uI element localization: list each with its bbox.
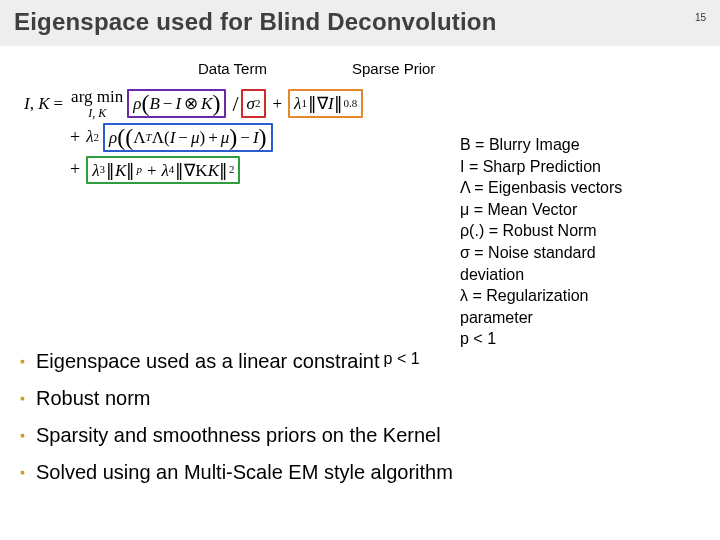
legend-rho: ρ(.) = Robust Norm — [460, 220, 700, 242]
equation-block: I , K = arg min I, K ρ ( B − I ⊗ K ) — [24, 88, 454, 184]
bullet-1-text: Eigenspace used as a linear constraint — [36, 350, 380, 373]
data-term-box: ρ ( B − I ⊗ K ) — [127, 89, 226, 118]
bullet-4-text: Solved using an Multi-Scale EM style alg… — [36, 461, 453, 484]
equation-line-2: + λ2 ρ ( ( ΛT Λ ( I − μ ) + μ ) − — [70, 123, 454, 152]
sparse-prior-box: λ1 ∇I0.8 — [288, 89, 363, 117]
content-area: Data Term Sparse Prior I , K = arg min I… — [0, 46, 720, 184]
kernel-priors-box: λ3 Kp + λ4 ∇KK2 — [86, 156, 240, 184]
equation-line-3: + λ3 Kp + λ4 ∇KK2 — [70, 156, 454, 184]
legend-lambda2: parameter — [460, 307, 700, 329]
annotation-sparse-prior: Sparse Prior — [352, 60, 435, 77]
legend-sigma: σ = Noise standard — [460, 242, 700, 264]
equation-annotations: Data Term Sparse Prior — [24, 56, 696, 84]
legend-B: B = Blurry Image — [460, 134, 700, 156]
bullet-2: ▪ Robust norm — [20, 387, 700, 410]
bullet-marker-icon: ▪ — [20, 387, 36, 409]
bullet-3-text: Sparsity and smoothness priors on the Ke… — [36, 424, 441, 447]
legend-Lambda: Λ = Eigenbasis vectors — [460, 177, 700, 199]
legend-sigma2: deviation — [460, 264, 700, 286]
bullet-marker-icon: ▪ — [20, 461, 36, 483]
legend-lambda: λ = Regularization — [460, 285, 700, 307]
annotation-data-term: Data Term — [198, 60, 267, 77]
sym-K: K — [38, 94, 49, 114]
argmin: arg min I, K — [71, 88, 123, 119]
bullet-list: ▪ Eigenspace used as a linear constraint… — [20, 340, 700, 498]
legend: B = Blurry Image I = Sharp Prediction Λ … — [460, 134, 700, 350]
bullet-marker-icon: ▪ — [20, 424, 36, 446]
bullet-1-tail: p < 1 — [384, 350, 420, 368]
page-number: 15 — [695, 12, 706, 23]
legend-I: I = Sharp Prediction — [460, 156, 700, 178]
title-bar: Eigenspace used for Blind Deconvolution — [0, 0, 720, 46]
slide-title: Eigenspace used for Blind Deconvolution — [14, 8, 706, 36]
legend-mu: μ = Mean Vector — [460, 199, 700, 221]
bullet-1: ▪ Eigenspace used as a linear constraint… — [20, 350, 700, 373]
sigma-divider — [224, 98, 228, 109]
sigma-box: σ2 — [241, 89, 267, 117]
bullet-2-text: Robust norm — [36, 387, 151, 410]
eigenspace-term-box: ρ ( ( ΛT Λ ( I − μ ) + μ ) − I ) — [103, 123, 273, 152]
equation-line-1: I , K = arg min I, K ρ ( B − I ⊗ K ) — [24, 88, 454, 119]
slide: Eigenspace used for Blind Deconvolution … — [0, 0, 720, 540]
bullet-4: ▪ Solved using an Multi-Scale EM style a… — [20, 461, 700, 484]
bullet-marker-icon: ▪ — [20, 350, 36, 372]
bullet-3: ▪ Sparsity and smoothness priors on the … — [20, 424, 700, 447]
